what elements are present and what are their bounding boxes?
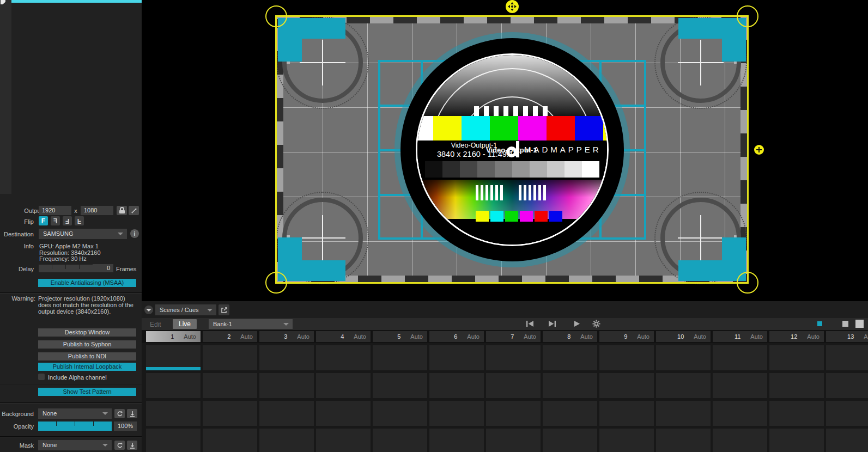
scene-cell[interactable]	[429, 401, 484, 426]
scene-column-header[interactable]: 4Auto	[316, 331, 371, 342]
opacity-value[interactable]: 100%	[114, 422, 137, 431]
mask-dropdown[interactable]: None	[38, 440, 112, 450]
scene-cell[interactable]	[826, 373, 868, 398]
scene-cell[interactable]	[769, 401, 824, 426]
enable-msaa-button[interactable]: Enable Antialiasing (MSAA)	[38, 279, 136, 287]
background-dropdown[interactable]: None	[38, 408, 112, 419]
scene-cell[interactable]	[259, 401, 314, 426]
scene-cell[interactable]	[656, 401, 711, 426]
scene-cell[interactable]	[316, 429, 371, 452]
scene-cell[interactable]	[826, 401, 868, 426]
scene-column-header[interactable]: 3Auto	[259, 331, 314, 342]
scene-column-header[interactable]: 2Auto	[203, 331, 257, 342]
delay-value[interactable]: 0	[93, 264, 113, 272]
scene-cell[interactable]	[203, 345, 257, 370]
scene-cell[interactable]	[146, 373, 201, 398]
destination-info-button[interactable]: i	[130, 229, 139, 238]
scene-cell[interactable]	[259, 373, 314, 398]
scene-column-header[interactable]: 7Auto	[486, 331, 541, 342]
edit-mode-button[interactable]: Edit	[150, 321, 166, 328]
corner-handle-bottom-right[interactable]	[737, 272, 758, 294]
scene-cell[interactable]	[146, 401, 201, 426]
scene-cell[interactable]	[429, 345, 484, 370]
output-preview-canvas[interactable]: Video-Output-1 3840 x 2160 - 11:49:14 Vi…	[142, 0, 868, 301]
mask-import-button[interactable]	[127, 441, 137, 450]
corner-handle-top-left[interactable]	[265, 5, 287, 27]
scene-column-header[interactable]: 5Auto	[373, 331, 427, 342]
move-handle-top[interactable]	[506, 0, 519, 13]
corner-handle-bottom-left[interactable]	[265, 272, 287, 294]
scene-settings-button[interactable]	[591, 319, 601, 328]
scene-cell[interactable]	[486, 401, 541, 426]
corner-handle-top-right[interactable]	[737, 5, 758, 27]
live-mode-button[interactable]: Live	[173, 319, 197, 329]
scene-cell[interactable]	[486, 429, 541, 452]
scene-cell[interactable]	[373, 429, 427, 452]
background-reload-button[interactable]	[114, 409, 125, 418]
scene-cell[interactable]	[203, 373, 257, 398]
lock-aspect-button[interactable]	[117, 206, 127, 215]
scene-cell[interactable]	[713, 429, 767, 452]
desktop-window-button[interactable]: Desktop Window	[38, 328, 136, 337]
scene-cell[interactable]	[429, 429, 484, 452]
scene-cell[interactable]	[599, 401, 654, 426]
mask-reload-button[interactable]	[114, 441, 125, 450]
output-width-field[interactable]: 1920	[39, 206, 71, 215]
output-height-field[interactable]: 1080	[81, 206, 113, 215]
scene-cell[interactable]	[769, 373, 824, 398]
alpha-checkbox[interactable]	[38, 374, 45, 380]
publish-ndi-button[interactable]: Publish to NDI	[38, 352, 136, 361]
publish-loopback-button[interactable]: Publish Internal Loopback	[38, 363, 136, 371]
cell-size-large-button[interactable]	[855, 320, 864, 328]
popout-window-button[interactable]	[218, 304, 229, 315]
scene-column-header[interactable]: 6Auto	[429, 331, 484, 342]
scene-column-header[interactable]: 11Auto	[713, 331, 767, 342]
scene-cell[interactable]	[599, 345, 654, 370]
scene-column-header[interactable]: 13Auto	[826, 331, 868, 342]
scene-column-header[interactable]: 8Auto	[543, 331, 597, 342]
scene-cell[interactable]	[713, 373, 767, 398]
scene-cell[interactable]	[373, 345, 427, 370]
scene-cell[interactable]	[316, 345, 371, 370]
flip-both-button[interactable]: F	[63, 216, 72, 225]
scene-cell[interactable]	[769, 429, 824, 452]
scene-cell[interactable]	[543, 373, 597, 398]
delay-slider[interactable]	[39, 265, 93, 272]
show-test-pattern-button[interactable]: Show Test Pattern	[38, 388, 136, 396]
scene-cell[interactable]	[826, 345, 868, 370]
scene-cell[interactable]	[599, 429, 654, 452]
scene-cell[interactable]	[656, 429, 711, 452]
scene-cell[interactable]	[203, 401, 257, 426]
flip-none-button[interactable]: F	[39, 216, 48, 225]
scale-output-button[interactable]	[129, 206, 139, 215]
scene-cell[interactable]	[373, 373, 427, 398]
scene-cell[interactable]	[656, 345, 711, 370]
scene-cell[interactable]	[486, 373, 541, 398]
cell-size-medium-button[interactable]	[842, 321, 848, 327]
scene-cell[interactable]	[543, 429, 597, 452]
publish-syphon-button[interactable]: Publish to Syphon	[38, 340, 136, 349]
scene-cell[interactable]	[429, 373, 484, 398]
scene-cell[interactable]	[543, 401, 597, 426]
move-handle-right[interactable]	[754, 145, 764, 155]
scene-cell[interactable]	[259, 429, 314, 452]
bank-dropdown[interactable]: Bank-1	[209, 319, 293, 329]
opacity-slider[interactable]	[38, 422, 112, 431]
scene-cell[interactable]	[656, 373, 711, 398]
previous-scene-button[interactable]	[525, 319, 535, 328]
destination-dropdown[interactable]: SAMSUNG	[39, 229, 127, 239]
collapse-panel-button[interactable]	[144, 306, 153, 314]
scene-cell[interactable]	[713, 345, 767, 370]
scene-column-header[interactable]: 9Auto	[599, 331, 654, 342]
scene-column-header[interactable]: 1Auto	[146, 331, 201, 342]
flip-horizontal-button[interactable]: F	[51, 216, 60, 225]
scene-cell[interactable]	[599, 373, 654, 398]
scene-cell[interactable]	[146, 429, 201, 452]
scene-cell[interactable]	[486, 345, 541, 370]
scene-cell[interactable]	[373, 401, 427, 426]
test-pattern-surface[interactable]: Video-Output-1 3840 x 2160 - 11:49:14 Vi…	[276, 16, 748, 283]
panel-mode-dropdown[interactable]: Scenes / Cues	[155, 304, 216, 315]
scene-cell[interactable]	[316, 401, 371, 426]
cell-size-small-button[interactable]	[817, 321, 822, 326]
scene-column-header[interactable]: 10Auto	[656, 331, 711, 342]
